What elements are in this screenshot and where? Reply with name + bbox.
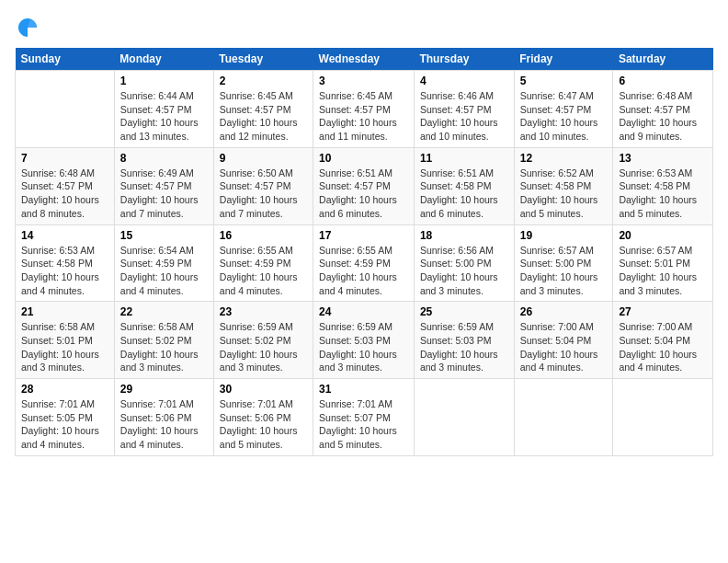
cell-info: Sunrise: 6:57 AMSunset: 5:01 PMDaylight:… <box>619 245 697 296</box>
calendar-cell <box>414 379 514 456</box>
cell-info: Sunrise: 6:47 AMSunset: 4:57 PMDaylight:… <box>520 90 598 142</box>
weekday-header-wednesday: Wednesday <box>313 48 415 71</box>
day-number: 10 <box>319 152 408 165</box>
calendar-cell: 2Sunrise: 6:45 AMSunset: 4:57 PMDaylight… <box>213 71 313 148</box>
cell-info: Sunrise: 6:54 AMSunset: 4:59 PMDaylight:… <box>120 245 199 296</box>
cell-info: Sunrise: 6:59 AMSunset: 5:03 PMDaylight:… <box>319 321 397 373</box>
calendar-cell: 18Sunrise: 6:56 AMSunset: 5:00 PMDayligh… <box>414 224 514 302</box>
weekday-header-row: SundayMondayTuesdayWednesdayThursdayFrid… <box>16 48 713 71</box>
day-number: 11 <box>420 152 508 165</box>
cell-info: Sunrise: 6:59 AMSunset: 5:03 PMDaylight:… <box>420 321 498 373</box>
calendar-cell: 22Sunrise: 6:58 AMSunset: 5:02 PMDayligh… <box>114 302 213 379</box>
cell-info: Sunrise: 7:01 AMSunset: 5:06 PMDaylight:… <box>120 398 199 450</box>
day-number: 8 <box>120 152 208 165</box>
day-number: 5 <box>520 75 608 87</box>
day-number: 31 <box>319 383 408 396</box>
day-number: 4 <box>420 75 508 87</box>
calendar-cell: 11Sunrise: 6:51 AMSunset: 4:58 PMDayligh… <box>414 147 514 224</box>
calendar-cell: 23Sunrise: 6:59 AMSunset: 5:02 PMDayligh… <box>213 302 313 379</box>
cell-info: Sunrise: 6:49 AMSunset: 4:57 PMDaylight:… <box>120 167 199 219</box>
calendar-cell: 13Sunrise: 6:53 AMSunset: 4:58 PMDayligh… <box>613 147 713 224</box>
weekday-header-saturday: Saturday <box>613 48 713 71</box>
cell-info: Sunrise: 6:45 AMSunset: 4:57 PMDaylight:… <box>220 90 298 142</box>
week-row-5: 28Sunrise: 7:01 AMSunset: 5:05 PMDayligh… <box>16 379 713 456</box>
calendar-cell: 3Sunrise: 6:45 AMSunset: 4:57 PMDaylight… <box>313 71 415 148</box>
day-number: 17 <box>319 229 408 242</box>
cell-info: Sunrise: 7:01 AMSunset: 5:05 PMDaylight:… <box>21 398 99 450</box>
calendar-cell: 20Sunrise: 6:57 AMSunset: 5:01 PMDayligh… <box>613 224 713 302</box>
day-number: 18 <box>420 229 508 242</box>
header <box>15 15 713 40</box>
day-number: 15 <box>120 229 208 242</box>
day-number: 28 <box>21 383 108 396</box>
cell-info: Sunrise: 7:01 AMSunset: 5:06 PMDaylight:… <box>220 398 298 450</box>
calendar-cell: 1Sunrise: 6:44 AMSunset: 4:57 PMDaylight… <box>114 71 213 148</box>
day-number: 3 <box>319 75 408 87</box>
cell-info: Sunrise: 7:00 AMSunset: 5:04 PMDaylight:… <box>619 321 697 373</box>
calendar-cell: 17Sunrise: 6:55 AMSunset: 4:59 PMDayligh… <box>313 224 415 302</box>
cell-info: Sunrise: 6:51 AMSunset: 4:57 PMDaylight:… <box>319 167 397 219</box>
day-number: 26 <box>520 305 608 318</box>
weekday-header-monday: Monday <box>114 48 213 71</box>
cell-info: Sunrise: 6:53 AMSunset: 4:58 PMDaylight:… <box>619 167 697 219</box>
day-number: 2 <box>220 75 307 87</box>
calendar-cell: 30Sunrise: 7:01 AMSunset: 5:06 PMDayligh… <box>213 379 313 456</box>
calendar-cell: 9Sunrise: 6:50 AMSunset: 4:57 PMDaylight… <box>213 147 313 224</box>
cell-info: Sunrise: 6:55 AMSunset: 4:59 PMDaylight:… <box>319 245 397 296</box>
day-number: 14 <box>21 229 108 242</box>
week-row-2: 7Sunrise: 6:48 AMSunset: 4:57 PMDaylight… <box>16 147 713 224</box>
calendar-cell: 6Sunrise: 6:48 AMSunset: 4:57 PMDaylight… <box>613 71 713 148</box>
cell-info: Sunrise: 6:50 AMSunset: 4:57 PMDaylight:… <box>220 167 298 219</box>
cell-info: Sunrise: 7:01 AMSunset: 5:07 PMDaylight:… <box>319 398 397 450</box>
weekday-header-thursday: Thursday <box>414 48 514 71</box>
day-number: 1 <box>120 75 208 87</box>
cell-info: Sunrise: 6:56 AMSunset: 5:00 PMDaylight:… <box>420 245 498 296</box>
cell-info: Sunrise: 6:46 AMSunset: 4:57 PMDaylight:… <box>420 90 498 142</box>
cell-info: Sunrise: 6:53 AMSunset: 4:58 PMDaylight:… <box>21 245 99 296</box>
weekday-header-sunday: Sunday <box>16 48 115 71</box>
calendar-table: SundayMondayTuesdayWednesdayThursdayFrid… <box>15 48 713 456</box>
weekday-header-tuesday: Tuesday <box>213 48 313 71</box>
cell-info: Sunrise: 6:51 AMSunset: 4:58 PMDaylight:… <box>420 167 498 219</box>
day-number: 24 <box>319 305 408 318</box>
calendar-cell: 28Sunrise: 7:01 AMSunset: 5:05 PMDayligh… <box>16 379 115 456</box>
cell-info: Sunrise: 6:48 AMSunset: 4:57 PMDaylight:… <box>619 90 697 142</box>
cell-info: Sunrise: 6:52 AMSunset: 4:58 PMDaylight:… <box>520 167 598 219</box>
calendar-cell: 19Sunrise: 6:57 AMSunset: 5:00 PMDayligh… <box>514 224 613 302</box>
day-number: 13 <box>619 152 707 165</box>
calendar-cell <box>613 379 713 456</box>
cell-info: Sunrise: 6:58 AMSunset: 5:01 PMDaylight:… <box>21 321 99 373</box>
day-number: 30 <box>220 383 307 396</box>
day-number: 16 <box>220 229 307 242</box>
calendar-cell: 16Sunrise: 6:55 AMSunset: 4:59 PMDayligh… <box>213 224 313 302</box>
logo <box>15 15 42 40</box>
cell-info: Sunrise: 6:57 AMSunset: 5:00 PMDaylight:… <box>520 245 598 296</box>
weekday-header-friday: Friday <box>514 48 613 71</box>
logo-icon <box>15 15 40 40</box>
day-number: 6 <box>619 75 707 87</box>
cell-info: Sunrise: 6:58 AMSunset: 5:02 PMDaylight:… <box>120 321 199 373</box>
calendar-cell <box>514 379 613 456</box>
cell-info: Sunrise: 6:44 AMSunset: 4:57 PMDaylight:… <box>120 90 199 142</box>
day-number: 12 <box>520 152 608 165</box>
page-container: SundayMondayTuesdayWednesdayThursdayFrid… <box>0 0 728 464</box>
calendar-cell: 15Sunrise: 6:54 AMSunset: 4:59 PMDayligh… <box>114 224 213 302</box>
day-number: 23 <box>220 305 307 318</box>
cell-info: Sunrise: 6:59 AMSunset: 5:02 PMDaylight:… <box>220 321 298 373</box>
day-number: 9 <box>220 152 307 165</box>
day-number: 20 <box>619 229 707 242</box>
calendar-cell: 14Sunrise: 6:53 AMSunset: 4:58 PMDayligh… <box>16 224 115 302</box>
day-number: 25 <box>420 305 508 318</box>
cell-info: Sunrise: 6:48 AMSunset: 4:57 PMDaylight:… <box>21 167 99 219</box>
calendar-cell: 12Sunrise: 6:52 AMSunset: 4:58 PMDayligh… <box>514 147 613 224</box>
calendar-cell: 29Sunrise: 7:01 AMSunset: 5:06 PMDayligh… <box>114 379 213 456</box>
calendar-cell: 7Sunrise: 6:48 AMSunset: 4:57 PMDaylight… <box>16 147 115 224</box>
calendar-cell: 8Sunrise: 6:49 AMSunset: 4:57 PMDaylight… <box>114 147 213 224</box>
week-row-3: 14Sunrise: 6:53 AMSunset: 4:58 PMDayligh… <box>16 224 713 302</box>
day-number: 22 <box>120 305 208 318</box>
week-row-4: 21Sunrise: 6:58 AMSunset: 5:01 PMDayligh… <box>16 302 713 379</box>
cell-info: Sunrise: 7:00 AMSunset: 5:04 PMDaylight:… <box>520 321 598 373</box>
day-number: 19 <box>520 229 608 242</box>
day-number: 27 <box>619 305 707 318</box>
cell-info: Sunrise: 6:55 AMSunset: 4:59 PMDaylight:… <box>220 245 298 296</box>
